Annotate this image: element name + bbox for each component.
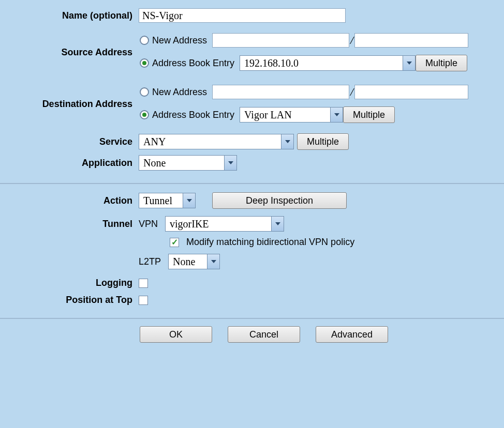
cancel-button[interactable]: Cancel xyxy=(228,326,300,343)
tunnel-l2tp-value: None xyxy=(169,256,199,268)
destination-new-address-radio[interactable] xyxy=(140,87,149,97)
chevron-down-icon xyxy=(224,156,236,170)
application-select[interactable]: None xyxy=(139,155,237,171)
tunnel-vpn-sublabel: VPN xyxy=(139,219,158,230)
service-multiple-button[interactable]: Multiple xyxy=(297,133,349,150)
destination-book-entry-radio-label: Address Book Entry xyxy=(152,110,234,120)
service-value: ANY xyxy=(139,136,170,148)
name-label: Name (optional) xyxy=(0,10,139,21)
source-address-label: Source Address xyxy=(0,47,139,58)
action-section: Action Tunnel Deep Inspection Tunnel VPN… xyxy=(0,184,504,318)
source-new-address-radio[interactable] xyxy=(140,36,149,45)
destination-book-entry-radio[interactable] xyxy=(140,110,149,119)
modify-bidirectional-label: Modify matching bidirectional VPN policy xyxy=(186,237,354,248)
application-value: None xyxy=(139,157,170,169)
destination-address-label: Destination Address xyxy=(0,99,139,110)
service-label: Service xyxy=(0,136,139,147)
source-book-entry-value: 192.168.10.0 xyxy=(240,57,303,69)
modify-bidirectional-checkbox[interactable] xyxy=(170,238,179,247)
chevron-down-icon xyxy=(330,108,343,122)
action-value: Tunnel xyxy=(139,195,176,207)
name-input[interactable] xyxy=(139,8,346,23)
source-new-address-input-1[interactable] xyxy=(212,33,349,48)
source-multiple-button[interactable]: Multiple xyxy=(416,55,467,71)
chevron-down-icon xyxy=(271,217,284,231)
logging-checkbox[interactable] xyxy=(139,279,148,288)
footer-buttons: OK Cancel Advanced xyxy=(0,319,504,343)
destination-multiple-button[interactable]: Multiple xyxy=(343,106,395,123)
source-book-entry-select[interactable]: 192.168.10.0 xyxy=(240,55,416,71)
destination-new-address-radio-label: New Address xyxy=(152,87,207,98)
slash-separator: / xyxy=(349,85,354,99)
chevron-down-icon xyxy=(207,254,219,269)
destination-book-entry-select[interactable]: Vigor LAN xyxy=(240,107,343,123)
tunnel-vpn-value: vigorIKE xyxy=(166,218,213,230)
tunnel-l2tp-select[interactable]: None xyxy=(168,254,220,269)
source-book-entry-radio[interactable] xyxy=(140,58,149,68)
chevron-down-icon xyxy=(403,56,415,70)
position-top-label: Position at Top xyxy=(0,295,139,305)
advanced-button[interactable]: Advanced xyxy=(316,326,388,343)
service-select[interactable]: ANY xyxy=(139,134,294,149)
source-new-address-input-2[interactable] xyxy=(354,33,468,48)
chevron-down-icon xyxy=(183,193,195,208)
source-book-entry-radio-label: Address Book Entry xyxy=(152,58,234,69)
destination-book-entry-value: Vigor LAN xyxy=(240,109,296,121)
basic-section: Name (optional) Source Address New Addre… xyxy=(0,0,504,183)
destination-new-address-input-2[interactable] xyxy=(354,85,468,99)
destination-new-address-input-1[interactable] xyxy=(212,85,349,99)
ok-button[interactable]: OK xyxy=(140,326,212,343)
action-select[interactable]: Tunnel xyxy=(139,193,196,208)
application-label: Application xyxy=(0,158,139,169)
action-label: Action xyxy=(0,195,139,206)
position-top-checkbox[interactable] xyxy=(139,296,148,305)
tunnel-label: Tunnel xyxy=(0,219,139,230)
tunnel-l2tp-sublabel: L2TP xyxy=(139,256,161,267)
tunnel-vpn-select[interactable]: vigorIKE xyxy=(165,216,284,232)
chevron-down-icon xyxy=(281,134,293,149)
slash-separator: / xyxy=(349,34,354,47)
source-new-address-radio-label: New Address xyxy=(152,35,207,46)
logging-label: Logging xyxy=(0,278,139,288)
deep-inspection-button[interactable]: Deep Inspection xyxy=(212,192,347,209)
